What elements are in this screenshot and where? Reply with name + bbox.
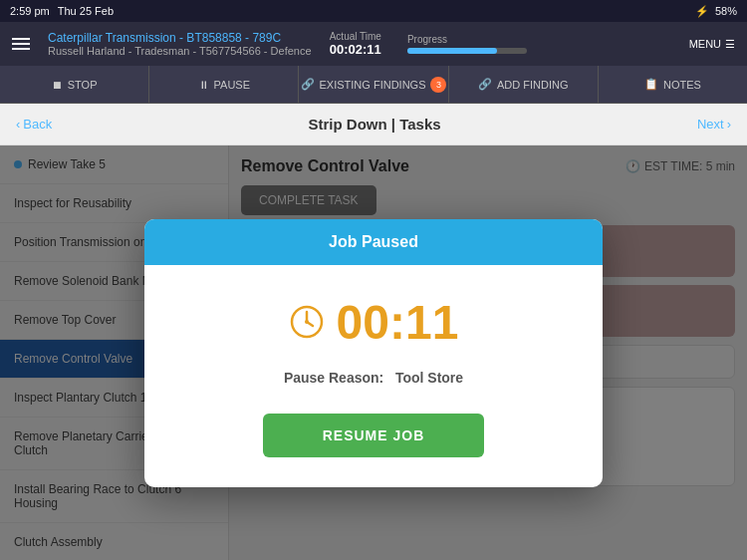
add-finding-button[interactable]: 🔗 ADD FINDING — [449, 66, 599, 103]
pause-icon: ⏸ — [198, 79, 209, 91]
notes-icon: 📋 — [644, 78, 658, 91]
hamburger-icon[interactable] — [12, 38, 30, 50]
transmission-title: Caterpillar Transmission - BT858858 - 78… — [48, 31, 320, 45]
pause-label: PAUSE — [214, 79, 250, 91]
status-bar: 2:59 pm Thu 25 Feb ⚡ 58% — [0, 0, 747, 22]
worker-name: Russell Harland - Tradesman - T567754566… — [48, 45, 320, 57]
page-title: Strip Down | Tasks — [309, 116, 441, 133]
stop-label: STOP — [68, 79, 98, 91]
next-button[interactable]: Next › — [697, 117, 731, 132]
menu-icon: ☰ — [725, 38, 735, 51]
modal-body: 00:11 Pause Reason: Tool Store RESUME JO… — [144, 265, 603, 487]
existing-findings-label: EXISTING FINDINGS — [320, 79, 426, 91]
action-bar: ⏹ STOP ⏸ PAUSE 🔗 EXISTING FINDINGS 3 🔗 A… — [0, 66, 747, 104]
progress-label: Progress — [407, 34, 679, 45]
nav-bar: ‹ Back Strip Down | Tasks Next › — [0, 104, 747, 145]
notes-label: NOTES — [663, 79, 701, 91]
modal-header: Job Paused — [144, 219, 603, 265]
progress-bar-bg — [407, 48, 527, 54]
timer-container: 00:11 — [184, 295, 563, 350]
pause-button[interactable]: ⏸ PAUSE — [149, 66, 299, 103]
modal-overlay: Job Paused 00:11 Pause Reason: Tool Stor… — [0, 145, 747, 560]
findings-badge: 3 — [430, 77, 446, 93]
header-bar: Caterpillar Transmission - BT858858 - 78… — [0, 22, 747, 66]
back-button[interactable]: ‹ Back — [16, 117, 52, 132]
findings-icon: 🔗 — [301, 78, 315, 91]
progress-bar-fill — [407, 48, 497, 54]
progress-container: Progress — [407, 34, 679, 54]
day: Thu 25 Feb — [58, 5, 114, 17]
battery-icon: ⚡ — [695, 5, 709, 18]
actual-time-value: 00:02:11 — [330, 42, 381, 57]
stop-icon: ⏹ — [52, 79, 63, 91]
timer-clock-icon — [289, 304, 325, 340]
modal-title: Job Paused — [329, 233, 418, 250]
next-chevron-icon: › — [727, 117, 731, 132]
main-content: Review Take 5 Inspect for Reusability Po… — [0, 145, 747, 560]
notes-button[interactable]: 📋 NOTES — [599, 66, 747, 103]
svg-point-3 — [305, 320, 309, 324]
actual-time-container: Actual Time 00:02:11 — [330, 31, 381, 57]
back-label: Back — [23, 117, 52, 132]
stop-button[interactable]: ⏹ STOP — [0, 66, 149, 103]
actual-time-label: Actual Time — [330, 31, 381, 42]
back-chevron-icon: ‹ — [16, 117, 20, 132]
next-label: Next — [697, 117, 724, 132]
pause-reason-label: Pause Reason: — [284, 370, 383, 386]
status-right: ⚡ 58% — [695, 5, 737, 18]
existing-findings-button[interactable]: 🔗 EXISTING FINDINGS 3 — [299, 66, 448, 103]
time: 2:59 pm — [10, 5, 50, 17]
battery-level: 58% — [715, 5, 737, 17]
job-paused-modal: Job Paused 00:11 Pause Reason: Tool Stor… — [144, 219, 603, 487]
resume-job-button[interactable]: RESUME JOB — [263, 414, 485, 457]
add-finding-label: ADD FINDING — [497, 79, 569, 91]
menu-button[interactable]: MENU ☰ — [689, 38, 735, 51]
timer-value: 00:11 — [337, 295, 459, 350]
menu-label: MENU — [689, 38, 721, 50]
pause-reason: Pause Reason: Tool Store — [184, 370, 563, 386]
header-info: Caterpillar Transmission - BT858858 - 78… — [48, 31, 320, 57]
status-left: 2:59 pm Thu 25 Feb — [10, 5, 114, 17]
pause-reason-value: Tool Store — [395, 370, 463, 386]
add-icon: 🔗 — [478, 78, 492, 91]
